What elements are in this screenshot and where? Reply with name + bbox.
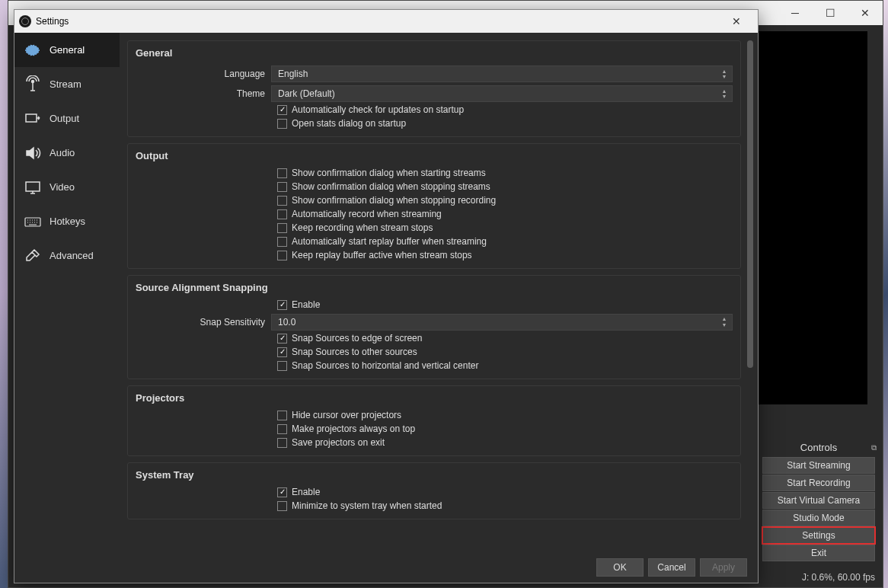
minimize-button[interactable]: ─ bbox=[778, 1, 813, 25]
language-select[interactable]: English ▲▼ bbox=[271, 66, 733, 82]
audio-icon bbox=[22, 142, 43, 164]
gear-icon bbox=[22, 40, 43, 61]
sidebar-item-label: Audio bbox=[50, 147, 75, 158]
checkbox-icon bbox=[277, 105, 287, 115]
svg-point-1 bbox=[32, 80, 34, 82]
output-icon bbox=[22, 108, 43, 129]
checkbox-save-projectors[interactable]: Save projectors on exit bbox=[277, 437, 733, 448]
snap-sensitivity-value: 10.0 bbox=[278, 317, 295, 328]
checkbox-minimize-tray[interactable]: Minimize to system tray when started bbox=[277, 500, 733, 511]
start-virtual-camera-button[interactable]: Start Virtual Camera bbox=[762, 492, 875, 509]
group-title: General bbox=[136, 47, 733, 59]
content-scrollbar[interactable] bbox=[747, 40, 753, 368]
theme-label: Theme bbox=[136, 88, 271, 99]
chevron-updown-icon: ▲▼ bbox=[719, 88, 730, 100]
checkbox-icon bbox=[277, 251, 287, 260]
checkbox-auto-update[interactable]: Automatically check for updates on start… bbox=[277, 104, 733, 115]
exit-button[interactable]: Exit bbox=[762, 545, 875, 561]
checkbox-icon bbox=[277, 300, 287, 310]
checkbox-snap-center[interactable]: Snap Sources to horizontal and vertical … bbox=[277, 360, 733, 371]
checkbox-snap-enable[interactable]: Enable bbox=[277, 299, 733, 310]
checkbox-icon bbox=[277, 361, 287, 371]
chevron-updown-icon: ▲▼ bbox=[719, 316, 730, 328]
antenna-icon bbox=[22, 74, 43, 95]
checkbox-hide-cursor[interactable]: Hide cursor over projectors bbox=[277, 410, 733, 420]
checkbox-label: Snap Sources to edge of screen bbox=[292, 333, 422, 344]
cancel-button[interactable]: Cancel bbox=[648, 558, 695, 577]
sidebar-item-audio[interactable]: Audio bbox=[14, 136, 120, 170]
ok-button[interactable]: OK bbox=[596, 558, 644, 577]
checkbox-label: Show confirmation dialog when stopping s… bbox=[292, 181, 490, 192]
start-streaming-button[interactable]: Start Streaming bbox=[762, 457, 875, 474]
checkbox-icon bbox=[277, 182, 287, 192]
sidebar-item-advanced[interactable]: Advanced bbox=[14, 238, 120, 273]
checkbox-icon bbox=[277, 237, 287, 247]
svg-rect-2 bbox=[26, 114, 37, 122]
settings-button[interactable]: Settings bbox=[762, 527, 875, 544]
maximize-button[interactable]: ☐ bbox=[813, 1, 848, 25]
checkbox-tray-enable[interactable]: Enable bbox=[277, 487, 733, 497]
checkbox-label: Keep recording when stream stops bbox=[292, 222, 433, 233]
checkbox-label: Hide cursor over projectors bbox=[292, 410, 401, 420]
checkbox-icon bbox=[277, 438, 287, 448]
sidebar-item-output[interactable]: Output bbox=[14, 101, 120, 136]
checkbox-icon bbox=[277, 196, 287, 206]
checkbox-icon bbox=[277, 168, 287, 178]
sidebar-item-label: Video bbox=[50, 181, 75, 193]
checkbox-icon bbox=[277, 347, 287, 357]
checkbox-auto-record[interactable]: Automatically record when streaming bbox=[277, 209, 733, 219]
checkbox-icon bbox=[277, 119, 287, 129]
sidebar-item-hotkeys[interactable]: Hotkeys bbox=[14, 204, 120, 238]
checkbox-auto-replay-buffer[interactable]: Automatically start replay buffer when s… bbox=[277, 236, 733, 247]
group-title: Projectors bbox=[136, 392, 733, 404]
group-system-tray: System Tray Enable Minimize to system tr… bbox=[127, 462, 741, 519]
checkbox-icon bbox=[277, 334, 287, 344]
sidebar-item-video[interactable]: Video bbox=[14, 170, 120, 204]
checkbox-label: Show confirmation dialog when starting s… bbox=[292, 168, 486, 178]
checkbox-keep-replay-buffer[interactable]: Keep replay buffer active when stream st… bbox=[277, 250, 733, 260]
chevron-updown-icon: ▲▼ bbox=[719, 68, 730, 80]
checkbox-confirm-stop-recording[interactable]: Show confirmation dialog when stopping r… bbox=[277, 195, 733, 206]
checkbox-icon bbox=[277, 223, 287, 233]
sidebar-item-stream[interactable]: Stream bbox=[14, 67, 120, 101]
svg-point-0 bbox=[30, 48, 35, 53]
group-output: Output Show confirmation dialog when sta… bbox=[127, 143, 741, 269]
checkbox-always-on-top[interactable]: Make projectors always on top bbox=[277, 423, 733, 434]
checkbox-icon bbox=[277, 487, 287, 497]
snap-sensitivity-spinbox[interactable]: 10.0 ▲▼ bbox=[271, 314, 733, 331]
sidebar-item-general[interactable]: General bbox=[14, 33, 120, 67]
theme-select[interactable]: Dark (Default) ▲▼ bbox=[271, 85, 733, 102]
popout-icon[interactable]: ⧉ bbox=[871, 443, 877, 452]
start-recording-button[interactable]: Start Recording bbox=[762, 475, 875, 491]
checkbox-icon bbox=[277, 209, 287, 219]
dialog-close-button[interactable]: ✕ bbox=[720, 11, 753, 32]
sidebar-item-label: Stream bbox=[50, 78, 81, 90]
checkbox-label: Save projectors on exit bbox=[292, 437, 385, 448]
settings-content: General Language English ▲▼ Theme Dark (… bbox=[120, 33, 758, 552]
checkbox-snap-edge[interactable]: Snap Sources to edge of screen bbox=[277, 333, 733, 344]
checkbox-confirm-stop-stream[interactable]: Show confirmation dialog when stopping s… bbox=[277, 181, 733, 192]
checkbox-keep-recording[interactable]: Keep recording when stream stops bbox=[277, 222, 733, 233]
apply-button[interactable]: Apply bbox=[700, 558, 747, 577]
checkbox-open-stats[interactable]: Open stats dialog on startup bbox=[277, 118, 733, 129]
checkbox-label: Open stats dialog on startup bbox=[292, 118, 406, 129]
checkbox-label: Show confirmation dialog when stopping r… bbox=[292, 195, 496, 206]
checkbox-label: Automatically check for updates on start… bbox=[292, 104, 464, 115]
studio-mode-button[interactable]: Studio Mode bbox=[762, 510, 875, 526]
settings-sidebar: General Stream Output Audio Video Hotkey… bbox=[14, 33, 120, 552]
sidebar-item-label: Output bbox=[50, 113, 79, 124]
group-general: General Language English ▲▼ Theme Dark (… bbox=[127, 40, 741, 137]
obs-logo-icon bbox=[19, 15, 31, 27]
checkbox-confirm-start-stream[interactable]: Show confirmation dialog when starting s… bbox=[277, 168, 733, 178]
keyboard-icon bbox=[22, 211, 43, 232]
svg-rect-3 bbox=[26, 182, 40, 191]
checkbox-icon bbox=[277, 424, 287, 434]
group-snapping: Source Alignment Snapping Enable Snap Se… bbox=[127, 275, 741, 379]
checkbox-snap-sources[interactable]: Snap Sources to other sources bbox=[277, 347, 733, 357]
close-button[interactable]: ✕ bbox=[848, 1, 883, 25]
checkbox-label: Enable bbox=[292, 487, 320, 497]
sidebar-item-label: Advanced bbox=[50, 250, 94, 261]
theme-value: Dark (Default) bbox=[278, 88, 335, 99]
status-bar: J: 0.6%, 60.00 fps bbox=[802, 572, 875, 583]
language-label: Language bbox=[136, 69, 271, 79]
